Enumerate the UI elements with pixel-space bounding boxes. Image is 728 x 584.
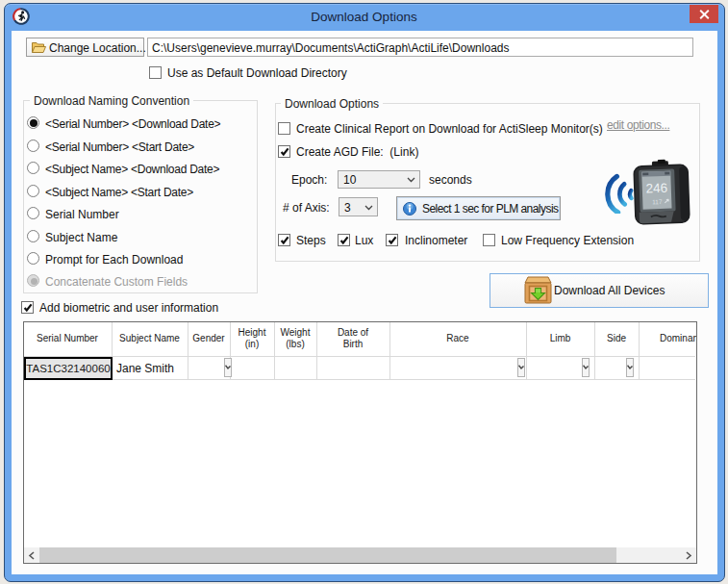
- svg-text:246: 246: [645, 181, 667, 196]
- svg-text:117: 117: [652, 198, 663, 205]
